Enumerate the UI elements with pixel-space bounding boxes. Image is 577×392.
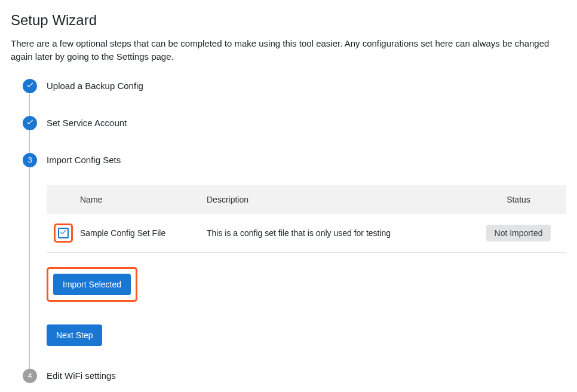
step-label: Upload a Backup Config	[47, 79, 566, 93]
check-icon	[26, 81, 34, 91]
col-header-name: Name	[80, 185, 200, 214]
step-content: Name Description Status	[47, 185, 566, 346]
step-circle-done	[23, 79, 37, 93]
table-header-row: Name Description Status	[47, 185, 566, 214]
intro-text: There are a few optional steps that can …	[11, 37, 566, 63]
step-service-account: Set Service Account	[23, 116, 566, 153]
config-table: Name Description Status	[47, 185, 566, 253]
next-step-button[interactable]: Next Step	[47, 324, 102, 346]
import-selected-button[interactable]: Import Selected	[53, 274, 131, 295]
highlight-import-button: Import Selected	[47, 267, 137, 302]
check-icon	[59, 228, 67, 238]
step-import-config: 3 Import Config Sets Name Description St…	[23, 153, 566, 369]
row-checkbox[interactable]	[58, 228, 69, 238]
step-upload-backup: Upload a Backup Config	[23, 79, 566, 116]
step-connector	[29, 93, 30, 116]
highlight-checkbox	[54, 223, 73, 243]
step-circle-future: 4	[23, 369, 37, 383]
cell-description: This is a config set file that is only u…	[200, 214, 471, 253]
cell-name: Sample Config Set File	[80, 214, 200, 253]
step-circle-done	[23, 116, 37, 130]
col-header-check	[47, 185, 80, 214]
col-header-status: Status	[471, 185, 566, 214]
status-badge: Not Imported	[486, 225, 551, 241]
table-row: Sample Config Set File This is a config …	[47, 214, 566, 253]
import-button-wrap: Import Selected	[47, 267, 566, 302]
step-connector	[29, 167, 30, 369]
next-step-wrap: Next Step	[47, 324, 566, 346]
col-header-description: Description	[200, 185, 471, 214]
step-label: Edit WiFi settings	[47, 369, 566, 383]
step-label: Import Config Sets	[47, 153, 566, 167]
step-wifi-settings: 4 Edit WiFi settings	[23, 369, 566, 383]
step-label: Set Service Account	[47, 116, 566, 130]
step-circle-active: 3	[23, 153, 37, 167]
stepper: Upload a Backup Config Set Service Accou…	[23, 79, 566, 383]
step-connector	[29, 130, 30, 153]
check-icon	[26, 118, 34, 128]
page-title: Setup Wizard	[11, 12, 566, 29]
